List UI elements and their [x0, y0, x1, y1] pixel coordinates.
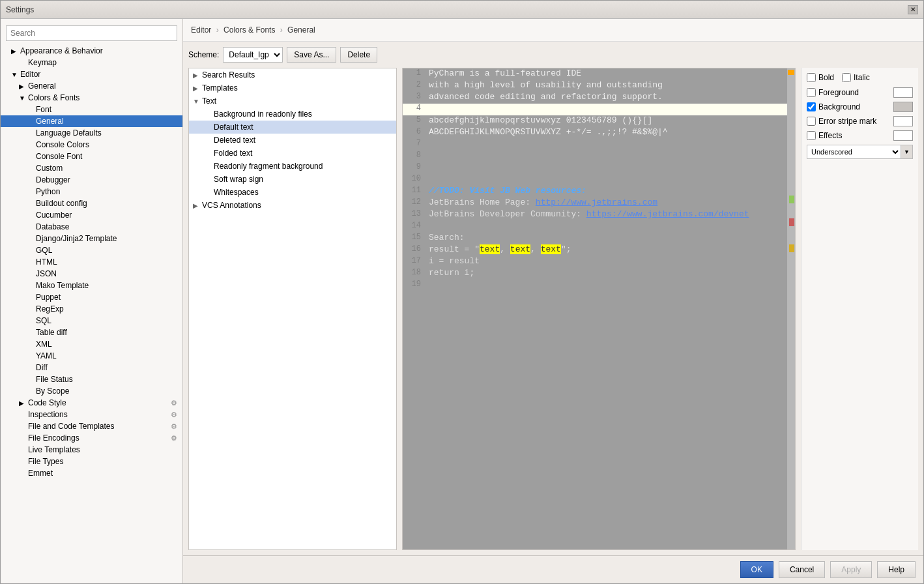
color-tree-templates[interactable]: ▶ Templates	[189, 81, 396, 95]
sidebar-item-table-diff[interactable]: Table diff	[1, 327, 182, 338]
line-number: 7	[403, 139, 426, 151]
orange-marker	[788, 70, 794, 75]
search-input[interactable]	[6, 25, 177, 41]
breadcrumb-sep2: ›	[280, 25, 283, 35]
color-tree-soft-wrap[interactable]: Soft wrap sign	[189, 173, 396, 186]
split-area: ▶ Search Results ▶ Templates ▼ Text	[188, 68, 918, 550]
sidebar-item-sql[interactable]: SQL	[1, 315, 182, 327]
effects-checkbox[interactable]	[807, 131, 816, 140]
italic-checkbox[interactable]	[842, 73, 851, 82]
color-tree-text[interactable]: ▼ Text	[189, 95, 396, 108]
sidebar-item-custom[interactable]: Custom	[1, 162, 182, 174]
foreground-checkbox[interactable]	[807, 88, 816, 97]
sidebar-item-label: Emmet	[28, 469, 53, 478]
bottom-bar: OK Cancel Apply Help	[183, 555, 923, 583]
sidebar-item-font[interactable]: Font	[1, 104, 182, 115]
sidebar-item-keymap[interactable]: Keymap	[1, 57, 182, 68]
line-content: with a high level of usability and outst…	[426, 80, 795, 92]
close-button[interactable]: ✕	[908, 5, 918, 14]
search-highlight-3: text	[541, 244, 561, 254]
sidebar-item-file-encodings[interactable]: File Encodings ⚙	[1, 432, 182, 444]
background-checkbox[interactable]	[807, 102, 816, 111]
sidebar-item-regexp[interactable]: RegExp	[1, 303, 182, 315]
color-tree-readonly-fragment[interactable]: Readonly fragment background	[189, 160, 396, 173]
sidebar-item-file-types[interactable]: File Types	[1, 456, 182, 467]
sidebar-item-html[interactable]: HTML	[1, 256, 182, 268]
code-line-15: 15 Search:	[403, 233, 795, 244]
scheme-dropdown[interactable]: Default_Igp Default Darcula	[224, 48, 282, 62]
code-line-10: 10	[403, 174, 795, 186]
sidebar-item-xml[interactable]: XML	[1, 338, 182, 350]
sidebar-item-general-selected[interactable]: General	[1, 115, 182, 127]
bold-checkbox[interactable]	[807, 73, 816, 82]
todo-text: //TODO: Visit JB Web resources:	[429, 186, 586, 196]
dialog-content: ▶ Appearance & Behavior Keymap ▼ Editor …	[1, 19, 923, 583]
effects-select[interactable]: Underscored Underwaved Bold Underscored …	[807, 145, 901, 158]
color-tree-folded-text[interactable]: Folded text	[189, 147, 396, 160]
sidebar-item-inspections[interactable]: Inspections ⚙	[1, 409, 182, 420]
sidebar-item-code-style[interactable]: ▶ Code Style ⚙	[1, 397, 182, 409]
color-tree-search-results[interactable]: ▶ Search Results	[189, 68, 396, 81]
sidebar-item-diff[interactable]: Diff	[1, 362, 182, 373]
line-number: 8	[403, 151, 426, 162]
code-line-9: 9	[403, 162, 795, 174]
color-tree-vcs[interactable]: ▶ VCS Annotations	[189, 199, 396, 212]
apply-button[interactable]: Apply	[830, 561, 872, 578]
ok-button[interactable]: OK	[740, 561, 773, 578]
effects-row: Effects	[807, 130, 913, 141]
sidebar-item-gql[interactable]: GQL	[1, 244, 182, 256]
sidebar-item-label: XML	[36, 340, 52, 349]
sidebar-item-django[interactable]: Django/Jinja2 Template	[1, 233, 182, 244]
sidebar-item-console-colors[interactable]: Console Colors	[1, 139, 182, 151]
arrow-icon: ▶	[11, 48, 20, 55]
error-stripe-swatch[interactable]	[893, 116, 913, 126]
sidebar-item-file-status[interactable]: File Status	[1, 373, 182, 385]
cancel-button[interactable]: Cancel	[779, 561, 825, 578]
sidebar-item-yaml[interactable]: YAML	[1, 350, 182, 362]
sidebar-item-by-scope[interactable]: By Scope	[1, 385, 182, 397]
code-line-1: 1 PyCharm is a full-featured IDE	[403, 68, 795, 80]
properties-panel: Bold Italic Foreground	[801, 68, 918, 550]
line-content: i = result	[426, 256, 795, 268]
scheme-select[interactable]: Default_Igp Default Darcula	[223, 47, 283, 63]
sidebar-item-label: Custom	[36, 164, 63, 173]
sidebar-item-label: By Scope	[36, 387, 69, 396]
color-tree-label: Search Results	[202, 70, 255, 80]
save-as-button[interactable]: Save As...	[287, 47, 336, 63]
foreground-label: Foreground	[818, 88, 891, 97]
sidebar-item-json[interactable]: JSON	[1, 268, 182, 280]
sidebar-item-live-templates[interactable]: Live Templates	[1, 444, 182, 456]
sidebar-item-buildout[interactable]: Buildout config	[1, 197, 182, 209]
arrow-icon: ▶	[193, 202, 202, 209]
sidebar-item-cucumber[interactable]: Cucumber	[1, 209, 182, 221]
background-swatch[interactable]	[893, 102, 913, 112]
effects-swatch[interactable]	[893, 130, 913, 141]
sidebar-item-mako[interactable]: Mako Template	[1, 280, 182, 291]
effects-dropdown[interactable]: Underscored Underwaved Bold Underscored …	[807, 145, 913, 159]
sidebar-item-database[interactable]: Database	[1, 221, 182, 233]
foreground-swatch[interactable]	[893, 87, 913, 98]
sidebar-item-python[interactable]: Python	[1, 186, 182, 197]
color-tree-deleted-text[interactable]: Deleted text	[189, 134, 396, 147]
help-button[interactable]: Help	[877, 561, 916, 578]
gear-icon: ⚙	[171, 434, 177, 443]
line-content	[426, 104, 795, 115]
line-content	[426, 221, 795, 233]
color-tree-whitespaces[interactable]: Whitespaces	[189, 186, 396, 199]
color-tree-bg-readonly[interactable]: Background in readonly files	[189, 108, 396, 121]
sidebar-item-emmet[interactable]: Emmet	[1, 467, 182, 479]
sidebar-item-console-font[interactable]: Console Font	[1, 151, 182, 162]
code-line-12: 12 JetBrains Home Page: http://www.jetbr…	[403, 197, 795, 209]
color-tree-default-text[interactable]: Default text	[189, 121, 396, 134]
sidebar-item-file-code-templates[interactable]: File and Code Templates ⚙	[1, 420, 182, 432]
sidebar-item-appearance[interactable]: ▶ Appearance & Behavior	[1, 45, 182, 57]
sidebar-item-debugger[interactable]: Debugger	[1, 174, 182, 186]
error-stripe-checkbox[interactable]	[807, 117, 816, 126]
sidebar-item-puppet[interactable]: Puppet	[1, 291, 182, 303]
delete-button[interactable]: Delete	[340, 47, 377, 63]
sidebar-item-general[interactable]: ▶ General	[1, 80, 182, 92]
sidebar-item-colors-fonts[interactable]: ▼ Colors & Fonts	[1, 92, 182, 104]
sidebar-item-lang-defaults[interactable]: Language Defaults	[1, 127, 182, 139]
sidebar-item-editor[interactable]: ▼ Editor	[1, 68, 182, 80]
code-preview[interactable]: 1 PyCharm is a full-featured IDE 2 with …	[403, 68, 795, 549]
